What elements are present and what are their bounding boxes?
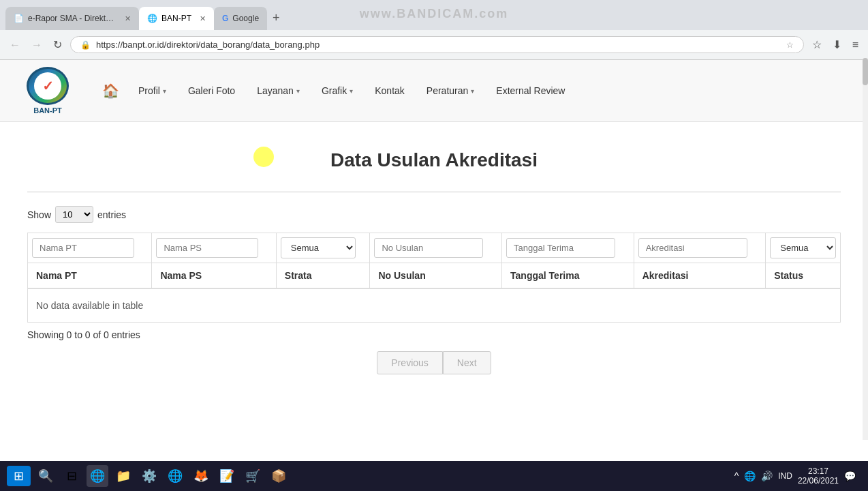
tab1-title: e-Rapor SMA - Direktorat Pem... xyxy=(28,14,117,23)
logo-image: ✓ BAN-PT xyxy=(20,67,75,115)
tray-notification-icon[interactable]: 💬 xyxy=(844,471,856,481)
site-navigation: ✓ BAN-PT 🏠 Profil ▾ Galeri Foto Layanan xyxy=(0,60,868,122)
browser-scrollbar[interactable] xyxy=(863,58,868,440)
nav-peraturan-chevron: ▾ xyxy=(471,87,474,95)
logo-circle: ✓ xyxy=(27,67,69,105)
download-button[interactable]: ⬇ xyxy=(830,35,844,54)
nav-layanan-label: Layanan xyxy=(257,85,294,96)
nav-grafik-label: Grafik xyxy=(322,85,347,96)
col-no-usulan: No Usulan xyxy=(370,263,502,289)
nav-menu: 🏠 Profil ▾ Galeri Foto Layanan ▾ Grafik … xyxy=(95,78,848,103)
nav-profil-chevron: ▾ xyxy=(163,87,166,95)
tab-bar: 📄 e-Rapor SMA - Direktorat Pem... ✕ 🌐 BA… xyxy=(0,0,868,30)
tab-banpt[interactable]: 🌐 BAN-PT ✕ xyxy=(139,7,214,30)
tab-google[interactable]: G Google xyxy=(214,7,267,30)
previous-button[interactable]: Previous xyxy=(377,351,442,374)
tab2-close[interactable]: ✕ xyxy=(200,14,206,23)
nav-grafik-chevron: ▾ xyxy=(350,87,353,95)
col-nama-pt: Nama PT xyxy=(28,263,152,289)
tray-clock[interactable]: 23:17 22/06/2021 xyxy=(798,466,839,486)
col-akreditasi: Akreditasi xyxy=(634,263,766,289)
scrollbar-thumb[interactable] xyxy=(863,58,868,85)
col-strata: Strata xyxy=(276,263,370,289)
tray-arrow-icon[interactable]: ^ xyxy=(734,471,739,481)
tray-time-value: 23:17 xyxy=(808,466,828,476)
taskbar-tray: ^ 🌐 🔊 IND 23:17 22/06/2021 💬 xyxy=(729,466,861,486)
taskbar: ⊞ 🔍 ⊟ 🌐 📁 ⚙️ 🌐 🦊 📝 🛒 📦 ^ 🌐 🔊 IND 23:17 2… xyxy=(0,461,868,491)
page-title: Data Usulan Akreditasi xyxy=(27,149,841,171)
no-data-row: No data available in table xyxy=(28,288,841,323)
filter-row: Semua S1 S2 S3 D3 D4 xyxy=(28,233,841,263)
logo-inner: ✓ xyxy=(34,72,61,100)
taskbar-store-icon[interactable]: 🛒 xyxy=(242,465,264,487)
tray-language: IND xyxy=(778,471,792,481)
menu-button[interactable]: ≡ xyxy=(850,36,861,54)
tab2-favicon: 🌐 xyxy=(147,14,157,23)
taskbar-firefox-icon[interactable]: 🦊 xyxy=(190,465,212,487)
lock-icon: 🔒 xyxy=(80,40,91,50)
taskbar-taskview-icon[interactable]: ⊟ xyxy=(61,465,82,487)
next-button[interactable]: Next xyxy=(443,351,491,374)
nav-item-peraturan[interactable]: Peraturan ▾ xyxy=(417,80,484,102)
entries-select[interactable]: 10 25 50 100 xyxy=(55,206,93,223)
nav-item-external-review[interactable]: External Review xyxy=(486,80,574,102)
page-content: ✓ BAN-PT 🏠 Profil ▾ Galeri Foto Layanan xyxy=(0,60,868,442)
logo-checkmark: ✓ xyxy=(42,78,54,94)
taskbar-explorer-icon[interactable]: 📁 xyxy=(112,465,134,487)
taskbar-settings-icon[interactable]: ⚙️ xyxy=(138,465,160,487)
star-icon[interactable]: ☆ xyxy=(786,40,794,50)
filter-tanggal-terima[interactable] xyxy=(506,238,615,258)
tab1-close[interactable]: ✕ xyxy=(125,14,131,23)
nav-profil-label: Profil xyxy=(138,85,160,96)
logo-text: BAN-PT xyxy=(33,106,62,115)
data-table: Semua S1 S2 S3 D3 D4 xyxy=(27,233,841,323)
taskbar-browser-icon2[interactable]: 🌐 xyxy=(164,465,186,487)
tray-volume-icon[interactable]: 🔊 xyxy=(761,471,773,481)
logo-area: ✓ BAN-PT xyxy=(20,67,75,115)
col-tanggal-terima: Tanggal Terima xyxy=(502,263,634,289)
forward-button[interactable]: → xyxy=(29,36,45,54)
tray-date-value: 22/06/2021 xyxy=(798,476,839,486)
pagination-row: Previous Next xyxy=(27,351,841,374)
tab3-favicon: G xyxy=(222,14,228,23)
nav-peraturan-label: Peraturan xyxy=(427,85,468,96)
filter-nama-pt[interactable] xyxy=(32,238,134,258)
filter-no-usulan[interactable] xyxy=(374,238,483,258)
title-divider xyxy=(27,192,841,192)
address-box[interactable]: 🔒 https://banpt.or.id/direktori/data_bor… xyxy=(70,36,804,53)
tab3-title: Google xyxy=(232,14,259,23)
nav-galeri-label: Galeri Foto xyxy=(188,85,235,96)
nav-item-layanan[interactable]: Layanan ▾ xyxy=(247,80,309,102)
taskbar-word-icon[interactable]: 📝 xyxy=(216,465,238,487)
no-data-message: No data available in table xyxy=(28,288,841,323)
nav-item-kontak[interactable]: Kontak xyxy=(365,80,414,102)
taskbar-edge-icon[interactable]: 🌐 xyxy=(87,465,108,487)
new-tab-button[interactable]: + xyxy=(267,8,285,28)
start-button[interactable]: ⊞ xyxy=(7,466,31,486)
favorites-button[interactable]: ☆ xyxy=(809,35,824,54)
taskbar-app-icon[interactable]: 📦 xyxy=(268,465,290,487)
table-controls: Show 10 25 50 100 entries xyxy=(27,206,841,223)
nav-home-button[interactable]: 🏠 xyxy=(95,78,126,103)
main-content: Data Usulan Akreditasi Show 10 25 50 100… xyxy=(0,122,868,402)
filter-akreditasi[interactable] xyxy=(638,238,747,258)
tab2-title: BAN-PT xyxy=(161,14,191,23)
nav-item-grafik[interactable]: Grafik ▾ xyxy=(312,80,362,102)
filter-status[interactable]: Semua Proses Selesai xyxy=(770,237,836,258)
nav-item-galeri-foto[interactable]: Galeri Foto xyxy=(179,80,245,102)
tab1-favicon: 📄 xyxy=(14,14,24,23)
showing-entries: Showing 0 to 0 of 0 entries xyxy=(27,329,841,340)
nav-item-profil[interactable]: Profil ▾ xyxy=(129,80,176,102)
address-bar-row: ← → ↻ 🔒 https://banpt.or.id/direktori/da… xyxy=(0,30,868,60)
filter-strata[interactable]: Semua S1 S2 S3 D3 D4 xyxy=(281,237,356,258)
show-label: Show xyxy=(27,209,51,220)
reload-button[interactable]: ↻ xyxy=(50,35,65,54)
taskbar-search-icon[interactable]: 🔍 xyxy=(35,465,57,487)
back-button[interactable]: ← xyxy=(7,36,23,54)
nav-layanan-chevron: ▾ xyxy=(296,87,300,95)
col-nama-ps: Nama PS xyxy=(152,263,276,289)
tab-erapor[interactable]: 📄 e-Rapor SMA - Direktorat Pem... ✕ xyxy=(5,7,139,30)
browser-chrome: 📄 e-Rapor SMA - Direktorat Pem... ✕ 🌐 BA… xyxy=(0,0,868,60)
filter-nama-ps[interactable] xyxy=(156,238,258,258)
tray-network-icon[interactable]: 🌐 xyxy=(744,471,756,481)
